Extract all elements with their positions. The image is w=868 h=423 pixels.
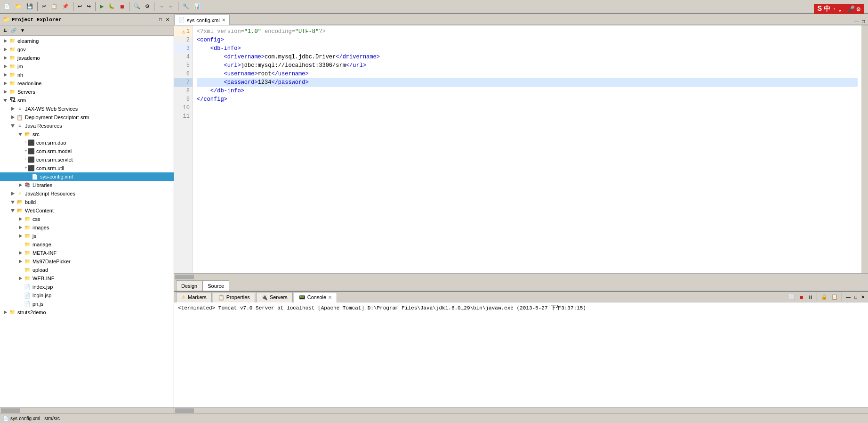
toolbar-back[interactable]: ←: [167, 2, 176, 11]
toggle-servers[interactable]: [2, 89, 8, 95]
toolbar-navigate[interactable]: →: [157, 2, 166, 11]
toggle-java-resources[interactable]: [9, 122, 16, 129]
toolbar-new[interactable]: 📄: [2, 2, 12, 11]
tree-item-pn-js[interactable]: 📄 pn.js: [0, 300, 174, 308]
toggle-manage[interactable]: [17, 241, 24, 248]
toggle-css[interactable]: [17, 216, 24, 222]
tree-item-elearning[interactable]: 📁 elearning: [0, 37, 174, 45]
toggle-srm[interactable]: [2, 97, 8, 104]
tree-item-web-inf[interactable]: 📁 WEB-INF: [0, 274, 174, 283]
maximize-button[interactable]: □: [158, 16, 163, 23]
toggle-javademo[interactable]: [2, 55, 8, 61]
tree-menu-button[interactable]: ▼: [19, 27, 26, 33]
editor-hscroll-thumb[interactable]: [175, 275, 194, 279]
tree-item-libraries[interactable]: 📚 Libraries: [0, 181, 174, 189]
toggle-js[interactable]: [17, 233, 24, 239]
tree-item-build[interactable]: 📂 build: [0, 198, 174, 206]
sogou-ime-bar[interactable]: S 中 · 。 🎤 ⚙: [814, 4, 864, 14]
toolbar-refactor[interactable]: ⚙: [143, 2, 152, 11]
editor-vscrollbar[interactable]: [861, 25, 868, 273]
tree-item-my97datepicker[interactable]: 📁 My97DatePicker: [0, 257, 174, 266]
console-stop[interactable]: ⏹: [797, 294, 805, 301]
toolbar-debug[interactable]: 🐛: [106, 2, 117, 11]
console-maximize[interactable]: □: [853, 294, 859, 300]
toggle-meta-inf[interactable]: [17, 250, 24, 256]
tree-hscroll-thumb[interactable]: [1, 408, 20, 413]
toggle-my97[interactable]: [17, 258, 24, 265]
tab-source[interactable]: Source: [202, 280, 229, 291]
console-scroll-lock[interactable]: 🔒: [820, 293, 829, 301]
tree-item-javademo[interactable]: 📁 javademo: [0, 54, 174, 62]
toggle-webcontent[interactable]: [9, 207, 16, 214]
editor-hscrollbar[interactable]: [174, 273, 868, 280]
tab-design[interactable]: Design: [176, 280, 202, 291]
console-pause[interactable]: ⏸: [806, 294, 814, 301]
console-close[interactable]: ✕: [860, 294, 866, 300]
console-clear[interactable]: ⬜: [787, 293, 796, 301]
toggle-readonline[interactable]: [2, 80, 8, 87]
toggle-nh[interactable]: [2, 72, 8, 78]
toggle-deploy-desc[interactable]: [9, 114, 16, 121]
close-button[interactable]: ✕: [164, 16, 171, 23]
toggle-web-inf[interactable]: [17, 275, 24, 282]
toggle-gov[interactable]: [2, 46, 8, 53]
console-copy[interactable]: 📋: [830, 293, 839, 301]
toggle-upload[interactable]: [17, 267, 24, 273]
tree-item-js-resources[interactable]: ⚡ JavaScript Resources: [0, 189, 174, 198]
toggle-sys-config[interactable]: [24, 173, 31, 180]
tree-item-gov[interactable]: 📁 gov: [0, 45, 174, 54]
toggle-jaxws[interactable]: [9, 106, 16, 112]
link-with-editor-button[interactable]: 🔗: [9, 27, 18, 33]
tree-item-meta-inf[interactable]: 📁 META-INF: [0, 249, 174, 257]
project-tree[interactable]: 📁 elearning 📁 gov 📁 javademo 📁: [0, 36, 174, 407]
tree-item-js[interactable]: 📁 js: [0, 232, 174, 240]
toggle-elearning[interactable]: [2, 38, 8, 44]
tree-item-sys-config-xml[interactable]: 📄 sys-config.xml: [0, 172, 174, 181]
toolbar-new-folder[interactable]: 📁: [13, 2, 24, 11]
tree-item-deploy-desc[interactable]: 📋 Deployment Descriptor: srm: [0, 113, 174, 122]
editor-content[interactable]: ⚠1 2 3 4 5 6 7 8 9 10 11 <?xml version: [174, 25, 868, 273]
toggle-login-jsp[interactable]: [17, 292, 24, 299]
toolbar-misc1[interactable]: 🔧: [181, 2, 191, 11]
toggle-js-resources[interactable]: [9, 190, 16, 197]
editor-tab-close[interactable]: ✕: [222, 17, 225, 23]
tree-item-com-srm-model[interactable]: + ⬛ com.srm.model: [0, 147, 174, 155]
tree-item-nh[interactable]: 📁 nh: [0, 71, 174, 79]
tree-item-servers[interactable]: 📁 Servers: [0, 88, 174, 96]
tree-item-struts2demo[interactable]: 📁 struts2demo: [0, 308, 174, 317]
editor-minimize[interactable]: —: [853, 18, 860, 24]
tree-hscrollbar[interactable]: [0, 407, 174, 414]
toolbar-misc2[interactable]: 📊: [192, 2, 202, 11]
toggle-libraries[interactable]: [17, 182, 24, 188]
tree-item-src[interactable]: 📂 src: [0, 130, 174, 138]
tree-item-manage[interactable]: 📁 manage: [0, 240, 174, 249]
toolbar-cut[interactable]: ✂: [40, 2, 48, 11]
console-minimize[interactable]: —: [844, 294, 852, 300]
code-content[interactable]: <?xml version="1.0" encoding="UTF-8"?> <…: [193, 25, 861, 273]
toggle-build[interactable]: [9, 199, 16, 205]
toolbar-undo[interactable]: ↩: [76, 2, 84, 11]
toolbar-run[interactable]: ▶: [98, 2, 105, 11]
tree-item-com-srm-dao[interactable]: + ⬛ com.srm.dao: [0, 138, 174, 147]
tree-item-webcontent[interactable]: 📂 WebContent: [0, 206, 174, 215]
editor-tab-sys-config[interactable]: 📄 sys-config.xml ✕: [174, 15, 230, 25]
console-hscrollbar[interactable]: [174, 407, 868, 414]
editor-maximize[interactable]: □: [860, 18, 866, 24]
tree-item-upload[interactable]: 📁 upload: [0, 266, 174, 274]
bottom-tab-properties[interactable]: 📋 Properties: [213, 292, 255, 302]
toggle-pn-js[interactable]: [17, 301, 24, 307]
tree-item-login-jsp[interactable]: 📄 login.jsp: [0, 291, 174, 300]
toolbar-search[interactable]: 🔍: [132, 2, 142, 11]
toggle-jm[interactable]: [2, 63, 8, 70]
tree-item-jm[interactable]: 📁 jm: [0, 62, 174, 71]
toggle-struts2demo[interactable]: [2, 309, 8, 316]
tree-item-readonline[interactable]: 📁 readonline: [0, 79, 174, 88]
collapse-all-button[interactable]: ⇊: [2, 27, 8, 33]
tree-item-css[interactable]: 📁 css: [0, 215, 174, 223]
toggle-images[interactable]: [17, 224, 24, 231]
bottom-tab-markers[interactable]: ⚠ Markers: [176, 292, 212, 302]
toggle-index-jsp[interactable]: [17, 284, 24, 290]
toggle-src[interactable]: [17, 131, 24, 138]
tree-item-srm[interactable]: 🏗 srm: [0, 96, 174, 105]
console-tab-close[interactable]: ✕: [328, 295, 332, 300]
